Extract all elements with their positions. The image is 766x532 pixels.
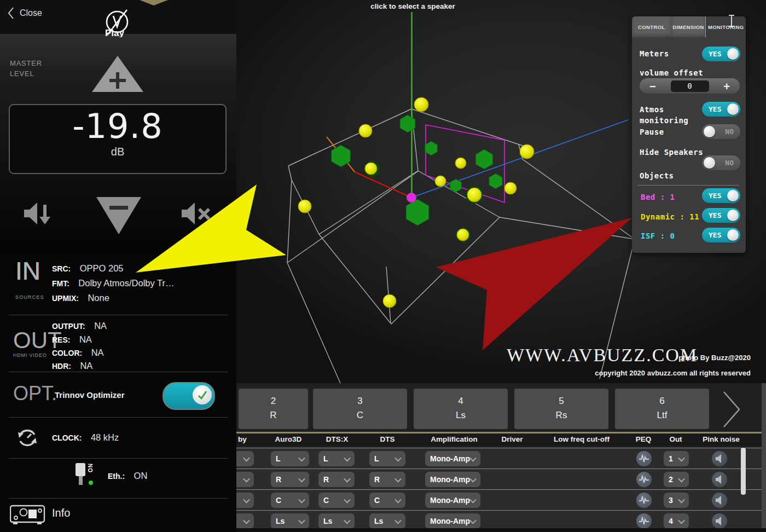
chevron-down-icon xyxy=(298,475,305,482)
pink-noise-button[interactable] xyxy=(712,451,727,466)
minus-button[interactable]: − xyxy=(649,81,655,91)
pink-noise-button[interactable] xyxy=(712,472,727,487)
volume-offset-stepper: − 0 + xyxy=(640,78,740,94)
volume-down-button[interactable] xyxy=(96,197,141,234)
chevron-down-icon xyxy=(243,475,250,482)
audio-object-sphere[interactable] xyxy=(467,188,481,202)
bed-toggle[interactable]: YES xyxy=(702,188,740,203)
chevron-down-icon xyxy=(469,454,477,461)
dolby-dropdown[interactable] xyxy=(236,493,254,508)
dts-dropdown[interactable]: C xyxy=(369,493,405,508)
speaker-hexagon[interactable] xyxy=(475,149,492,169)
audio-object-sphere[interactable] xyxy=(414,97,428,112)
speakers-and-objects[interactable] xyxy=(298,97,534,308)
dts-dropdown[interactable]: Ls xyxy=(369,513,405,529)
dtsx-dropdown[interactable]: R xyxy=(318,472,355,487)
info-label[interactable]: Info xyxy=(52,507,70,519)
out-dropdown[interactable]: 3 xyxy=(664,493,689,508)
hdr-row: HDR: NA xyxy=(52,361,92,371)
auro3d-dropdown[interactable]: C xyxy=(271,493,309,508)
chevron-down-icon xyxy=(344,496,351,503)
dolby-dropdown[interactable] xyxy=(236,451,254,466)
axis-red xyxy=(355,172,411,198)
peq-button[interactable] xyxy=(636,472,652,487)
channel-tile-5[interactable]: 5Rs xyxy=(514,389,608,429)
channel-tile-3[interactable]: 3C xyxy=(313,389,407,429)
audio-object-sphere[interactable] xyxy=(298,200,311,213)
audio-object-sphere[interactable] xyxy=(504,182,517,194)
chevron-down-icon xyxy=(394,496,402,503)
channel-tile-4[interactable]: 4Ls xyxy=(414,389,508,429)
bed-objects-label: Bed : 1 xyxy=(641,193,675,201)
out-dropdown[interactable]: 4 xyxy=(664,513,689,529)
optimizer-label: Trinnov Optimizer xyxy=(55,390,125,400)
dolby-dropdown[interactable] xyxy=(236,513,254,529)
peq-waveform-icon xyxy=(639,454,649,463)
pink-noise-button[interactable] xyxy=(712,493,727,508)
channel-tile-6[interactable]: 6Ltf xyxy=(615,389,709,429)
audio-object-sphere[interactable] xyxy=(435,176,446,187)
pause-toggle[interactable]: NO xyxy=(702,124,740,139)
master-level-unit: dB xyxy=(10,146,225,158)
chevron-down-icon xyxy=(678,454,685,461)
device-info-icon[interactable] xyxy=(10,505,46,525)
dtsx-dropdown[interactable]: Ls xyxy=(318,513,355,529)
audio-object-sphere[interactable] xyxy=(520,144,534,159)
dts-dropdown[interactable]: R xyxy=(369,472,405,487)
watermark-credit: photo By Buzz@2020 xyxy=(678,354,751,362)
hide-speakers-toggle[interactable]: NO xyxy=(702,155,740,170)
peq-button[interactable] xyxy=(636,451,652,466)
panel-tabbar: CONTROL DIMENSION MONITORING xyxy=(632,16,746,37)
plus-button[interactable]: + xyxy=(724,81,730,91)
isf-toggle[interactable]: YES xyxy=(702,228,740,242)
tab-dimension[interactable]: DIMENSION xyxy=(671,16,706,37)
pink-noise-button[interactable] xyxy=(712,513,727,529)
close-button[interactable]: Close xyxy=(8,7,42,20)
table-row: L L L Mono-Amp 1 xyxy=(236,448,766,469)
peq-button[interactable] xyxy=(636,493,652,508)
audio-object-sphere[interactable] xyxy=(457,229,469,241)
out-dropdown[interactable]: 2 xyxy=(664,472,689,487)
right-scroll-track[interactable] xyxy=(762,383,766,532)
meters-toggle[interactable]: YES xyxy=(702,47,740,61)
volume-up-button[interactable] xyxy=(92,56,143,92)
auro3d-dropdown[interactable]: Ls xyxy=(271,513,309,529)
mute-icon[interactable] xyxy=(182,203,211,224)
close-label: Close xyxy=(20,8,42,18)
speaker-hexagon[interactable] xyxy=(400,115,415,132)
next-channels-chevron[interactable] xyxy=(722,391,741,428)
chevron-down-icon xyxy=(243,454,250,461)
audio-object-sphere[interactable] xyxy=(359,124,372,137)
chevron-down-icon xyxy=(469,475,477,482)
volume-down-icon[interactable] xyxy=(24,203,53,224)
dtsx-dropdown[interactable]: C xyxy=(318,493,355,508)
audio-object-sphere[interactable] xyxy=(455,158,466,169)
speaker-icon xyxy=(715,496,724,505)
clock-row: CLOCK: 48 kHz xyxy=(52,432,119,443)
listening-position-dot xyxy=(407,193,416,203)
out-dropdown[interactable]: 1 xyxy=(664,451,689,466)
dtsx-dropdown[interactable]: L xyxy=(318,451,355,466)
dts-dropdown[interactable]: L xyxy=(369,451,405,466)
audio-object-sphere[interactable] xyxy=(383,294,396,308)
amplification-dropdown[interactable]: Mono-Amp xyxy=(425,513,480,529)
tab-monitoring[interactable]: MONITORING xyxy=(705,16,746,37)
amplification-dropdown[interactable]: Mono-Amp xyxy=(425,472,480,487)
tab-control[interactable]: CONTROL xyxy=(632,16,671,37)
dynamic-toggle[interactable]: YES xyxy=(702,208,740,223)
color-row: COLOR: NA xyxy=(52,348,104,358)
amplification-dropdown[interactable]: Mono-Amp xyxy=(425,493,480,508)
peq-button[interactable] xyxy=(636,513,652,529)
table-scrollbar[interactable] xyxy=(741,448,746,495)
speaker-hexagon[interactable] xyxy=(425,141,438,155)
atmos-monitoring-toggle[interactable]: YES xyxy=(702,102,740,117)
dolby-dropdown[interactable] xyxy=(236,472,254,487)
channel-tile-2[interactable]: 2R xyxy=(239,389,308,429)
audio-object-sphere[interactable] xyxy=(365,163,377,175)
speaker-hexagon[interactable] xyxy=(406,199,429,225)
amplification-dropdown[interactable]: Mono-Amp xyxy=(425,451,480,466)
speaker-hexagon[interactable] xyxy=(489,174,502,189)
auro3d-dropdown[interactable]: L xyxy=(271,451,309,466)
optimizer-toggle[interactable] xyxy=(163,382,215,410)
auro3d-dropdown[interactable]: R xyxy=(271,472,309,487)
